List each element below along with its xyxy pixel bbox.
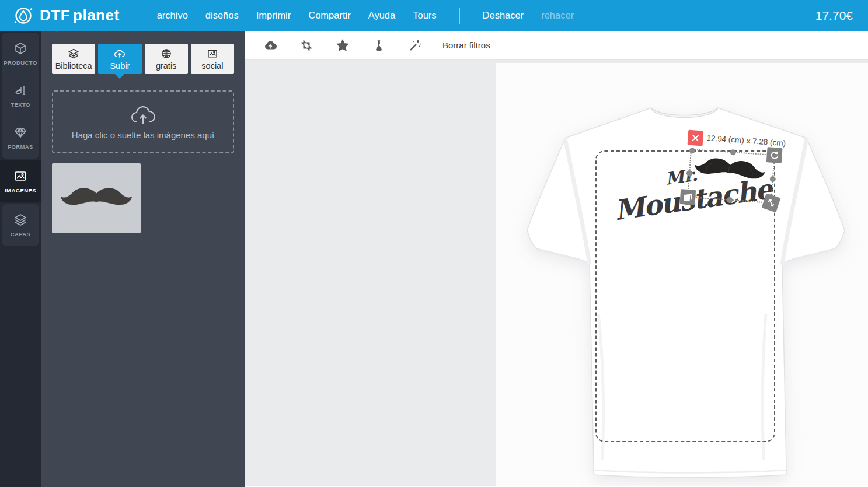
copy-icon [683,192,693,202]
top-bar: DTFplanet archivo diseños Imprimir Compa… [0,0,868,31]
cloud-upload-icon [114,48,126,59]
image-source-tabs: Biblioteca Subir gratis [41,31,245,74]
menu-tours[interactable]: Tours [404,10,445,21]
sidebar-label: IMÁGENES [5,187,36,194]
library-layers-icon [68,48,79,59]
menu-imprimir[interactable]: Imprimir [247,10,300,21]
cube-icon [13,41,27,55]
tshirt-mockup: Mr. Moustache [496,63,868,486]
flask-icon [372,39,385,52]
header-divider-2 [459,8,460,24]
upload-button[interactable] [258,36,283,55]
image-toolbar: Borrar filtros [245,31,868,60]
undo-button[interactable]: Deshacer [474,10,533,21]
close-icon [691,134,700,142]
selection-handle-top-left[interactable] [689,148,696,154]
shapes-icon [13,125,27,139]
redo-button[interactable]: rehacer [532,10,583,21]
sidebar-item-producto[interactable]: PRODUCTO [2,33,39,75]
sidebar-item-formas[interactable]: FORMAS [2,117,39,159]
brand-name: DTFplanet [40,6,120,24]
cloud-upload-filled-icon [263,38,277,52]
filters-lab-button[interactable] [367,36,391,55]
tab-gratis[interactable]: gratis [145,44,188,74]
design-canvas[interactable]: Mr. Moustache [245,60,868,486]
tab-subir[interactable]: Subir [98,44,141,74]
selection-box[interactable]: 12.94 (cm) x 7.28 (cm) [687,149,775,204]
tab-label: gratis [156,61,176,71]
brand-logo[interactable]: DTFplanet [13,5,120,26]
uploaded-image-moustache[interactable] [52,163,141,233]
text-icon [13,83,27,97]
crop-icon [300,39,313,52]
sidebar-group-top: PRODUCTO TEXTO FORMAS [2,33,39,159]
images-panel: Biblioteca Subir gratis [41,31,245,487]
selection-handle-top[interactable] [730,149,736,156]
tool-sidebar: PRODUCTO TEXTO FORMAS I [0,31,41,487]
app-root: DTFplanet archivo diseños Imprimir Compa… [0,0,868,487]
rotate-icon [769,150,779,160]
tab-biblioteca[interactable]: Biblioteca [52,44,95,74]
price-total: 17.70€ [815,9,853,23]
tab-label: Subir [110,61,130,71]
clear-filters-button[interactable]: Borrar filtros [442,40,490,50]
image-icon [207,48,218,59]
cloud-upload-outline-icon [130,104,156,125]
sidebar-item-imagenes[interactable]: IMÁGENES [0,160,41,202]
favorite-button[interactable] [330,36,355,55]
resize-diagonal-icon [765,197,777,209]
crop-button[interactable] [294,36,319,55]
upload-dropzone[interactable]: Haga clic o suelte las imágenes aquí [52,90,234,153]
main-menu: archivo diseños Imprimir Compartir Ayuda… [148,10,445,21]
menu-compartir[interactable]: Compartir [299,10,359,21]
globe-icon [161,48,172,59]
tab-social[interactable]: social [191,44,234,74]
magic-wand-button[interactable] [403,36,427,55]
tab-label: social [201,61,223,71]
menu-archivo[interactable]: archivo [148,10,197,21]
sidebar-label: TEXTO [11,101,30,108]
selection-handle-bottom[interactable] [726,197,733,204]
layers-icon [13,213,27,227]
sidebar-group-bottom: CAPAS [2,204,39,246]
moustache-thumbnail-image [59,181,134,216]
droplet-logo-icon [13,5,34,26]
star-icon [336,38,350,52]
sidebar-item-capas[interactable]: CAPAS [2,204,39,246]
sidebar-label: CAPAS [11,231,31,237]
design-stage: Borrar filtros [245,31,868,487]
header-divider [134,8,134,24]
dropzone-label: Haga clic o suelte las imágenes aquí [72,130,214,140]
sidebar-label: PRODUCTO [4,59,37,66]
duplicate-handle[interactable] [679,189,696,205]
sidebar-item-texto[interactable]: TEXTO [2,75,39,117]
menu-disenos[interactable]: diseños [197,10,247,21]
magic-wand-icon [408,38,422,52]
delete-button[interactable] [688,130,704,146]
menu-ayuda[interactable]: Ayuda [360,10,405,21]
selection-handle-left[interactable] [686,170,693,177]
rotate-handle[interactable] [766,147,783,163]
tab-label: Biblioteca [55,61,92,71]
sidebar-label: FORMAS [8,143,33,150]
images-icon [13,169,27,183]
